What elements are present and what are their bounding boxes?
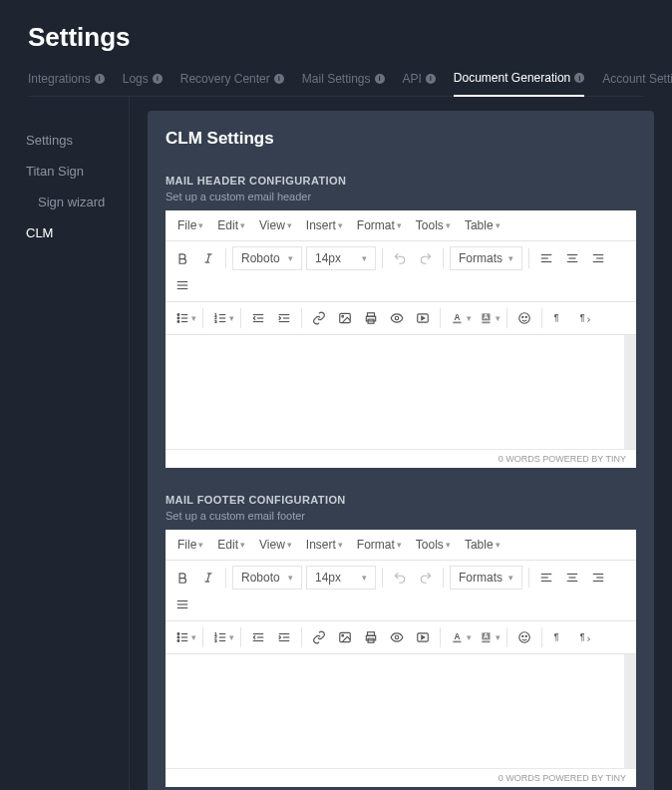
editor-status: 0 WORDS POWERED BY TINY xyxy=(166,449,636,468)
ltr-icon[interactable]: ¶ xyxy=(548,307,570,329)
indent-icon[interactable] xyxy=(273,626,295,648)
menu-insert[interactable]: Insert▾ xyxy=(302,216,347,234)
ltr-icon[interactable]: ¶ xyxy=(548,626,570,648)
menu-view[interactable]: View▾ xyxy=(255,536,296,554)
svg-point-34 xyxy=(342,315,344,317)
align-left-icon[interactable] xyxy=(535,567,557,589)
menu-tools[interactable]: Tools▾ xyxy=(412,536,455,554)
redo-icon[interactable] xyxy=(415,567,437,589)
svg-point-46 xyxy=(519,313,530,324)
undo-icon[interactable] xyxy=(389,247,411,269)
redo-icon[interactable] xyxy=(415,247,437,269)
menu-tools[interactable]: Tools▾ xyxy=(412,216,455,234)
italic-icon[interactable] xyxy=(197,567,219,589)
menu-table[interactable]: Table▾ xyxy=(461,536,504,554)
sidebar-item-sign-wizard[interactable]: Sign wizard xyxy=(26,187,129,217)
print-icon[interactable] xyxy=(360,626,382,648)
bold-icon[interactable] xyxy=(171,567,193,589)
menu-file[interactable]: File▾ xyxy=(173,536,207,554)
indent-icon[interactable] xyxy=(273,307,295,329)
tab-mail-settings[interactable]: Mail Settingsi xyxy=(302,71,385,96)
image-icon[interactable] xyxy=(334,626,356,648)
svg-rect-42 xyxy=(453,322,461,324)
image-icon[interactable] xyxy=(334,307,356,329)
editor-content[interactable] xyxy=(166,335,636,449)
info-icon: i xyxy=(274,74,284,84)
svg-marker-40 xyxy=(422,316,425,320)
sidebar: SettingsTitan SignSign wizardCLM xyxy=(0,97,130,790)
align-justify-icon[interactable] xyxy=(171,593,193,615)
sidebar-item-settings[interactable]: Settings xyxy=(26,125,129,156)
media-icon[interactable] xyxy=(412,626,434,648)
font-select[interactable]: Roboto▾ xyxy=(232,566,302,590)
menu-table[interactable]: Table▾ xyxy=(461,216,504,234)
link-icon[interactable] xyxy=(308,307,330,329)
tab-api[interactable]: APIi xyxy=(403,71,436,96)
svg-marker-91 xyxy=(422,635,425,639)
font-select[interactable]: Roboto▾ xyxy=(232,246,302,270)
preview-icon[interactable] xyxy=(386,307,408,329)
sidebar-item-titan-sign[interactable]: Titan Sign xyxy=(26,156,129,187)
size-select[interactable]: 14px▾ xyxy=(306,566,376,590)
menu-view[interactable]: View▾ xyxy=(255,216,296,234)
text-color-icon[interactable]: A xyxy=(447,626,469,648)
align-right-icon[interactable] xyxy=(587,567,609,589)
page-title: Settings xyxy=(28,22,644,53)
tab-logs[interactable]: Logsi xyxy=(123,71,163,96)
formats-select[interactable]: Formats▾ xyxy=(450,566,522,590)
sidebar-item-clm[interactable]: CLM xyxy=(26,217,129,248)
tab-recovery-center[interactable]: Recovery Centeri xyxy=(180,71,284,96)
bg-color-icon[interactable]: A xyxy=(476,626,498,648)
menu-edit[interactable]: Edit▾ xyxy=(213,216,249,234)
info-icon: i xyxy=(95,74,105,84)
menu-file[interactable]: File▾ xyxy=(173,216,207,234)
print-icon[interactable] xyxy=(360,307,382,329)
tab-document-generation[interactable]: Document Generationi xyxy=(454,71,584,97)
svg-point-47 xyxy=(522,316,523,317)
italic-icon[interactable] xyxy=(197,247,219,269)
tab-integrations[interactable]: Integrationsi xyxy=(28,71,105,96)
svg-point-67 xyxy=(177,636,179,638)
editor-content[interactable] xyxy=(166,654,636,768)
emoji-icon[interactable] xyxy=(513,307,535,329)
svg-text:A: A xyxy=(455,632,461,641)
svg-point-89 xyxy=(395,635,399,639)
outdent-icon[interactable] xyxy=(247,307,269,329)
number-list-icon[interactable]: 123 xyxy=(209,626,231,648)
number-list-icon[interactable]: 123 xyxy=(209,307,231,329)
size-select[interactable]: 14px▾ xyxy=(306,246,376,270)
svg-point-17 xyxy=(177,321,179,323)
svg-point-99 xyxy=(525,635,526,636)
undo-icon[interactable] xyxy=(389,567,411,589)
align-center-icon[interactable] xyxy=(561,247,583,269)
align-justify-icon[interactable] xyxy=(171,274,193,296)
menu-format[interactable]: Format▾ xyxy=(353,536,406,554)
bg-color-icon[interactable]: A xyxy=(476,307,498,329)
preview-icon[interactable] xyxy=(386,626,408,648)
menu-insert[interactable]: Insert▾ xyxy=(302,536,347,554)
panel-title: CLM Settings xyxy=(166,129,636,149)
align-center-icon[interactable] xyxy=(561,567,583,589)
tab-account-settings[interactable]: Account Settingsi xyxy=(602,71,672,96)
svg-text:A: A xyxy=(484,313,489,320)
menu-format[interactable]: Format▾ xyxy=(353,216,406,234)
bullet-list-icon[interactable] xyxy=(171,307,193,329)
align-right-icon[interactable] xyxy=(587,247,609,269)
svg-text:A: A xyxy=(455,313,461,322)
section-title: MAIL HEADER CONFIGURATION xyxy=(166,175,636,187)
menu-edit[interactable]: Edit▾ xyxy=(213,536,249,554)
formats-select[interactable]: Formats▾ xyxy=(450,246,522,270)
rtl-icon[interactable]: ¶ xyxy=(574,307,596,329)
text-color-icon[interactable]: A xyxy=(447,307,469,329)
media-icon[interactable] xyxy=(412,307,434,329)
rtl-icon[interactable]: ¶ xyxy=(574,626,596,648)
outdent-icon[interactable] xyxy=(247,626,269,648)
align-left-icon[interactable] xyxy=(535,247,557,269)
bold-icon[interactable] xyxy=(171,247,193,269)
link-icon[interactable] xyxy=(308,626,330,648)
svg-text:¶: ¶ xyxy=(580,632,585,641)
emoji-icon[interactable] xyxy=(513,626,535,648)
svg-point-16 xyxy=(177,317,179,319)
bullet-list-icon[interactable] xyxy=(171,626,193,648)
section-subtitle: Set up a custom email footer xyxy=(166,510,636,522)
